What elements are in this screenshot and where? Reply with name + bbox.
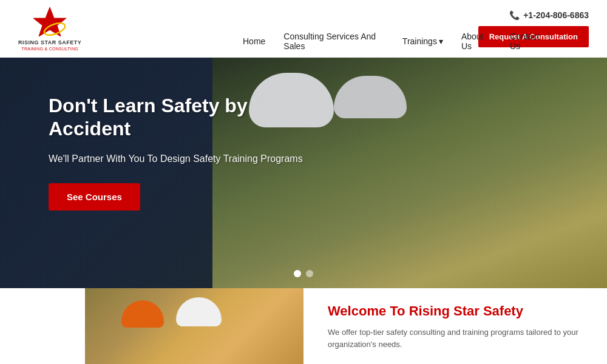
logo-name: RISING STAR SAFETY [18, 39, 81, 47]
hero-subtitle: We'll Partner With You To Design Safety … [49, 152, 304, 166]
phone-row: 📞 +1-204-806-6863 [509, 10, 589, 20]
slider-dot-1[interactable] [294, 270, 301, 277]
bottom-text: Welcome To Rising Star Safety We offer t… [304, 288, 607, 364]
nav-about[interactable]: About Us [461, 32, 492, 51]
welcome-title: Welcome To Rising Star Safety [328, 303, 583, 319]
see-courses-button[interactable]: See Courses [49, 183, 140, 211]
slider-dots [294, 270, 313, 277]
phone-number: +1-204-806-6863 [523, 10, 589, 20]
logo-tagline: TRAINING & CONSULTING [21, 47, 78, 51]
hero-section: Don't Learn Safety by Accident We'll Par… [0, 58, 607, 288]
logo-icon [32, 6, 68, 39]
bottom-workers-image [85, 288, 304, 364]
nav-trainings[interactable]: Trainings ▾ [402, 36, 443, 46]
logo[interactable]: RISING STAR SAFETY TRAINING & CONSULTING [18, 6, 81, 51]
slider-dot-2[interactable] [306, 270, 313, 277]
bottom-section: Welcome To Rising Star Safety We offer t… [0, 288, 607, 364]
main-nav: Home Consulting Services And Sales Train… [243, 32, 546, 51]
hero-content: Don't Learn Safety by Accident We'll Par… [49, 94, 304, 211]
dropdown-arrow-icon: ▾ [439, 36, 443, 46]
nav-consulting[interactable]: Consulting Services And Sales [283, 32, 384, 51]
nav-contact[interactable]: Contact Us [510, 32, 546, 51]
hero-title: Don't Learn Safety by Accident [49, 94, 304, 141]
phone-icon: 📞 [509, 10, 520, 20]
site-header: RISING STAR SAFETY TRAINING & CONSULTING… [0, 0, 607, 58]
welcome-description: We offer top-tier safety consulting and … [328, 326, 583, 350]
nav-home[interactable]: Home [243, 36, 265, 46]
